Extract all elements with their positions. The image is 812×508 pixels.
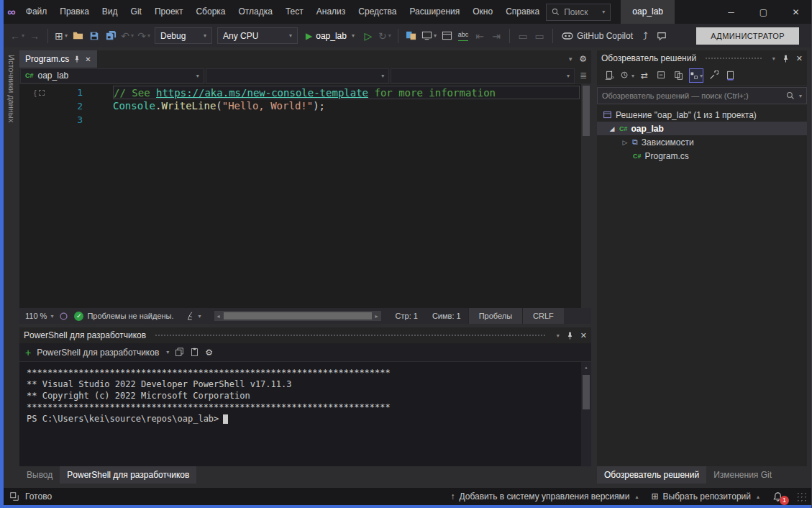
data-sources-tab[interactable]: Источники данных: [7, 55, 16, 122]
menu-git[interactable]: Git: [124, 0, 148, 24]
tab-output[interactable]: Вывод: [19, 466, 60, 484]
menu-edit[interactable]: Правка: [53, 0, 96, 24]
pin-icon[interactable]: [566, 332, 574, 340]
close-panel-icon[interactable]: ✕: [796, 54, 803, 63]
tab-program-cs[interactable]: Program.cs ✕: [19, 50, 97, 68]
solution-explorer-header[interactable]: Обозреватель решений ▾ ✕: [597, 50, 807, 66]
code-editor[interactable]: { 1 // See https://aka.ms/new-console-te…: [19, 84, 591, 308]
project-dropdown[interactable]: C# oap_lab ▾: [20, 68, 204, 83]
type-dropdown[interactable]: ▾: [206, 68, 390, 83]
navbar-split-icon[interactable]: ≣: [575, 71, 591, 81]
window-position-icon[interactable]: ▾: [772, 55, 775, 62]
expander-expanded-icon[interactable]: ◢: [608, 125, 616, 132]
show-all-files-icon[interactable]: [672, 68, 686, 83]
save-all-icon[interactable]: [104, 27, 118, 45]
start-without-debugging-icon[interactable]: ▷: [361, 27, 375, 45]
close-tab-icon[interactable]: ✕: [85, 55, 91, 63]
add-to-source-control-button[interactable]: ↑ Добавить в систему управления версиями…: [450, 491, 638, 502]
collapse-all-icon[interactable]: [654, 68, 669, 83]
properties-wrench-icon[interactable]: [706, 68, 721, 83]
tree-item-program-cs[interactable]: C# Program.cs: [597, 149, 807, 163]
switch-views-icon[interactable]: ⇄: [637, 68, 652, 83]
close-button[interactable]: ✕: [780, 0, 812, 24]
maximize-button[interactable]: ▢: [747, 0, 780, 24]
terminal-scrollbar[interactable]: ▴: [581, 362, 591, 466]
expander-collapsed-icon[interactable]: ▷: [621, 139, 629, 146]
search-icon[interactable]: [786, 91, 795, 100]
new-project-icon[interactable]: ⊞▾: [54, 27, 68, 45]
tab-solution-explorer[interactable]: Обозреватель решений: [597, 466, 706, 484]
comment-icon[interactable]: ▭: [516, 27, 530, 45]
undo-icon[interactable]: ↶▾: [120, 27, 134, 45]
tree-item-project[interactable]: ◢ C# oap_lab: [597, 122, 807, 135]
terminal-profile-label[interactable]: PowerShell для разработчиков: [37, 348, 159, 358]
pending-changes-filter-icon[interactable]: ▾: [620, 68, 634, 83]
title-search-box[interactable]: Поиск ▾: [546, 4, 611, 21]
menu-help[interactable]: Справка: [499, 0, 546, 24]
scroll-up-icon[interactable]: ▴: [585, 362, 588, 373]
menu-analyze[interactable]: Анализ: [310, 0, 352, 24]
zoom-control[interactable]: 110 %▾: [19, 312, 59, 320]
editor-horizontal-scrollbar[interactable]: ◂ ▸: [214, 311, 381, 321]
editor-vertical-scrollbar[interactable]: [581, 84, 591, 308]
background-tasks-icon[interactable]: [9, 491, 19, 502]
menu-extensions[interactable]: Расширения: [403, 0, 466, 24]
menu-build[interactable]: Сборка: [189, 0, 232, 24]
terminal-header[interactable]: PowerShell для разработчиков ▾ ✕: [19, 327, 591, 343]
paste-icon[interactable]: [190, 348, 199, 357]
menu-file[interactable]: Файл: [19, 0, 54, 24]
window-position-icon[interactable]: ▾: [557, 332, 560, 339]
health-indicator-icon[interactable]: [59, 312, 68, 321]
close-panel-icon[interactable]: ✕: [580, 331, 587, 340]
menu-project[interactable]: Проект: [148, 0, 190, 24]
terminal-settings-gear-icon[interactable]: ⚙: [205, 348, 213, 358]
sync-with-active-document-icon[interactable]: [603, 68, 617, 83]
code-cleanup-icon[interactable]: ▾: [180, 311, 207, 321]
resize-grip[interactable]: [796, 491, 806, 502]
platform-combo[interactable]: Any CPU▾: [217, 27, 298, 44]
menu-view[interactable]: Вид: [96, 0, 124, 24]
minimize-button[interactable]: ─: [715, 0, 747, 24]
hot-reload-icon[interactable]: ↻▾: [378, 27, 392, 45]
decrease-indent-icon[interactable]: ⇤: [473, 27, 487, 45]
problems-indicator[interactable]: ✓Проблемы не найдены.: [68, 312, 179, 321]
scrollbar-thumb[interactable]: [583, 375, 590, 409]
tab-git-changes[interactable]: Изменения Git: [706, 466, 779, 484]
new-terminal-icon[interactable]: +: [25, 347, 31, 358]
increase-indent-icon[interactable]: ⇥: [489, 27, 503, 45]
document-list-icon[interactable]: ▼: [567, 56, 573, 63]
redo-icon[interactable]: ↷▾: [137, 27, 151, 45]
start-debugging-button[interactable]: ▶ oap_lab ▾: [301, 27, 359, 45]
spell-check-icon[interactable]: abc: [456, 27, 470, 45]
show-output-window-icon[interactable]: ▾: [421, 27, 437, 45]
menu-window[interactable]: Окно: [466, 0, 499, 24]
feedback-icon[interactable]: [654, 27, 669, 45]
tree-item-dependencies[interactable]: ▷ ⧉ Зависимости: [597, 135, 807, 149]
solution-search-input[interactable]: [598, 91, 786, 100]
terminal-output[interactable]: ****************************************…: [19, 362, 591, 466]
github-copilot-button[interactable]: GitHub Copilot: [559, 27, 636, 45]
preview-changes-icon[interactable]: [404, 27, 419, 45]
save-icon[interactable]: [87, 27, 101, 45]
select-repository-button[interactable]: ⊞ Выбрать репозиторий ▴: [652, 491, 759, 502]
tab-powershell[interactable]: PowerShell для разработчиков: [60, 466, 196, 484]
code-comment-link[interactable]: https://aka.ms/new-console-template: [156, 87, 368, 99]
uncomment-icon[interactable]: ▭: [532, 27, 547, 45]
scrollbar-thumb[interactable]: [583, 86, 590, 136]
menu-debug[interactable]: Отладка: [232, 0, 279, 24]
navigate-back-icon[interactable]: ←▾: [9, 27, 25, 45]
preview-selected-items-icon[interactable]: [724, 68, 738, 83]
share-icon[interactable]: ⤴: [638, 27, 652, 45]
menu-tools[interactable]: Средства: [352, 0, 403, 24]
menu-test[interactable]: Тест: [279, 0, 310, 24]
pin-icon[interactable]: [73, 55, 81, 63]
member-dropdown[interactable]: ▾: [391, 68, 575, 83]
navigate-forward-icon[interactable]: →: [27, 27, 42, 45]
chevron-down-icon[interactable]: ▾: [799, 93, 802, 99]
solution-view-toggle-icon[interactable]: ▾: [689, 68, 703, 83]
editor-options-gear-icon[interactable]: ⚙: [579, 54, 587, 64]
chevron-down-icon[interactable]: ▾: [166, 349, 169, 355]
copy-icon[interactable]: [175, 348, 184, 357]
configuration-combo[interactable]: Debug▾: [155, 27, 212, 44]
line-ending-indicator[interactable]: CRLF: [522, 308, 564, 324]
